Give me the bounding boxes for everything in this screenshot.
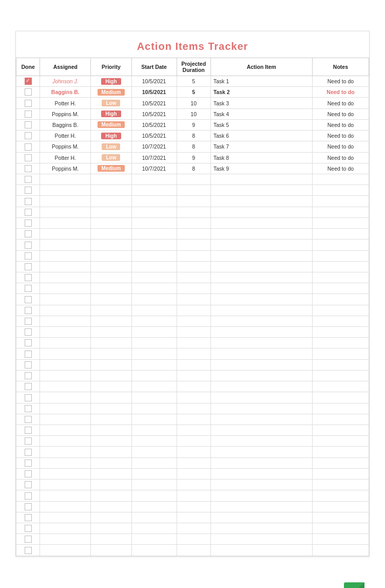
done-checkbox[interactable] (25, 111, 32, 118)
done-checkbox[interactable] (25, 481, 32, 488)
table-row-done[interactable] (16, 185, 40, 196)
table-row-done[interactable] (16, 174, 40, 185)
table-row-done[interactable] (16, 414, 40, 425)
done-checkbox[interactable] (25, 219, 32, 227)
table-row-done[interactable] (16, 457, 40, 468)
done-checkbox[interactable] (25, 263, 32, 270)
table-row-priority: Medium (91, 87, 131, 98)
table-row-done[interactable] (16, 119, 40, 130)
table-row-done[interactable] (16, 229, 40, 240)
table-row-done[interactable] (16, 436, 40, 447)
done-checkbox[interactable] (25, 274, 32, 281)
done-checkbox[interactable] (25, 230, 32, 237)
done-checkbox[interactable] (25, 198, 32, 205)
priority-badge: Medium (98, 89, 125, 96)
done-checkbox[interactable] (25, 351, 32, 358)
table-row-done[interactable] (16, 512, 40, 523)
done-checkbox[interactable] (25, 121, 32, 128)
table-row-done[interactable] (16, 381, 40, 392)
done-checkbox[interactable] (25, 100, 32, 107)
done-checkbox[interactable] (25, 405, 32, 412)
table-row-done[interactable] (16, 240, 40, 250)
table-row-done[interactable] (16, 447, 40, 457)
priority-badge: Low (102, 143, 120, 150)
done-checkbox[interactable] (25, 361, 32, 369)
table-row-notes (312, 392, 369, 403)
done-checkbox[interactable] (25, 536, 32, 543)
table-row-done[interactable] (16, 272, 40, 283)
table-row-done[interactable] (16, 480, 40, 490)
done-checkbox[interactable] (25, 328, 32, 336)
done-checkbox[interactable] (25, 187, 32, 194)
done-checkbox[interactable] (25, 318, 32, 325)
done-checkbox[interactable] (25, 394, 32, 401)
done-checkbox[interactable] (25, 176, 32, 183)
table-row-done[interactable] (16, 261, 40, 272)
table-row-done[interactable] (16, 196, 40, 207)
done-checkbox[interactable] (25, 416, 32, 423)
table-row-done[interactable] (16, 141, 40, 152)
table-row-done[interactable] (16, 403, 40, 414)
table-row-priority: Low (91, 152, 131, 163)
done-checkbox[interactable] (25, 514, 32, 521)
done-checkbox[interactable] (25, 132, 32, 139)
table-row-done[interactable] (16, 152, 40, 163)
table-row-done[interactable] (16, 207, 40, 217)
done-checkbox[interactable] (25, 242, 32, 249)
table-row-done[interactable] (16, 523, 40, 534)
table-row-done[interactable] (16, 316, 40, 326)
table-row-done[interactable] (16, 87, 40, 98)
done-checkbox[interactable] (25, 88, 32, 96)
table-row-done[interactable] (16, 338, 40, 348)
table-row-priority (91, 501, 131, 512)
table-row-done[interactable] (16, 294, 40, 305)
table-row-assigned (40, 512, 91, 523)
done-checkbox[interactable] (25, 285, 32, 292)
done-checkbox[interactable] (25, 154, 32, 161)
table-row-done[interactable] (16, 370, 40, 381)
table-row-assigned (40, 250, 91, 261)
table-row-done[interactable] (16, 131, 40, 141)
col-start-date: Start Date (131, 58, 177, 76)
done-checkbox[interactable] (25, 492, 32, 500)
done-checkbox[interactable] (25, 547, 32, 554)
done-checkbox[interactable] (25, 449, 32, 456)
table-row-done[interactable] (16, 501, 40, 512)
done-checkbox[interactable] (25, 165, 32, 172)
done-checkbox[interactable] (25, 437, 32, 445)
table-row-done[interactable] (16, 425, 40, 436)
done-checkbox[interactable] (25, 525, 32, 532)
table-row-done[interactable] (16, 490, 40, 501)
done-checkbox[interactable] (25, 307, 32, 314)
done-checkbox[interactable] (25, 252, 32, 260)
table-row-done[interactable] (16, 534, 40, 545)
done-checkbox[interactable] (25, 503, 32, 510)
table-row-done[interactable] (16, 76, 40, 87)
table-row-action-item (210, 196, 312, 207)
done-checkbox[interactable] (25, 78, 32, 85)
table-row-done[interactable] (16, 305, 40, 316)
table-row-done[interactable] (16, 98, 40, 108)
done-checkbox[interactable] (25, 470, 32, 477)
table-row-done[interactable] (16, 250, 40, 261)
table-row-done[interactable] (16, 392, 40, 403)
done-checkbox[interactable] (25, 460, 32, 467)
done-checkbox[interactable] (25, 143, 32, 151)
table-row-done[interactable] (16, 468, 40, 479)
table-row-done[interactable] (16, 163, 40, 174)
done-checkbox[interactable] (25, 339, 32, 346)
table-row-done[interactable] (16, 359, 40, 370)
done-checkbox[interactable] (25, 296, 32, 303)
table-row-done[interactable] (16, 108, 40, 119)
done-checkbox[interactable] (25, 383, 32, 390)
table-row-done[interactable] (16, 283, 40, 294)
table-row-done[interactable] (16, 348, 40, 359)
table-row-done[interactable] (16, 217, 40, 228)
done-checkbox[interactable] (25, 427, 32, 434)
done-checkbox[interactable] (25, 209, 32, 216)
table-row-notes (312, 457, 369, 468)
table-row-notes (312, 370, 369, 381)
table-row-done[interactable] (16, 327, 40, 338)
table-row-done[interactable] (16, 545, 40, 556)
done-checkbox[interactable] (25, 372, 32, 379)
